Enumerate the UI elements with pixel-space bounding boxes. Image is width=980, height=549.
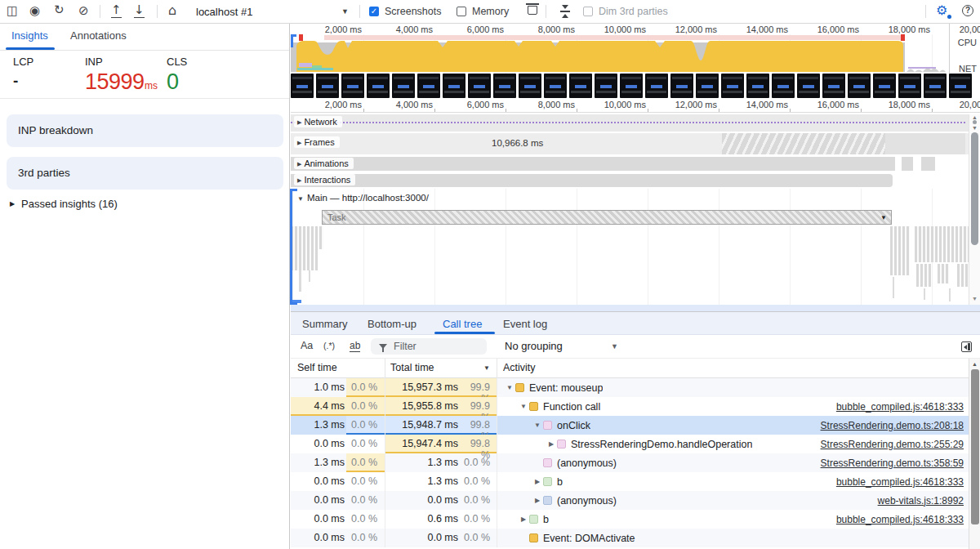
chevron-down-icon[interactable]: ▼ bbox=[341, 7, 349, 16]
track-main-header[interactable]: ▼Main — http://localhost:3000/ bbox=[297, 193, 429, 203]
screenshot-thumbnail[interactable] bbox=[696, 74, 719, 98]
source-link[interactable]: bubble_compiled.js:4618:333 bbox=[836, 476, 964, 488]
regex-button[interactable]: (.*) bbox=[323, 341, 335, 350]
screenshot-thumbnail[interactable] bbox=[772, 74, 795, 98]
calltree-row[interactable]: 0.0 ms0.0 %0.6 ms0.0 %▶bbubble_compiled.… bbox=[291, 510, 969, 529]
scrollbar-thumb[interactable] bbox=[971, 132, 978, 245]
toggle-sidebar-icon[interactable]: ◫ bbox=[7, 5, 18, 17]
calltree-row[interactable]: 1.0 ms0.0 %15,957.3 ms99.9 %▼Event: mous… bbox=[291, 378, 969, 397]
screenshots-checkbox[interactable]: ✓ bbox=[369, 7, 379, 16]
track-animations[interactable]: ▶Animations bbox=[291, 156, 980, 172]
expander-icon[interactable]: ▼ bbox=[504, 384, 515, 391]
dim-3rd-parties-checkbox[interactable] bbox=[583, 7, 593, 16]
main-track-selection-bracket[interactable] bbox=[290, 189, 292, 305]
screenshot-thumbnail[interactable] bbox=[316, 74, 339, 98]
calltree-scrollbar[interactable]: ▲ bbox=[969, 359, 980, 549]
source-link[interactable]: StressRendering.demo.ts:358:59 bbox=[821, 458, 964, 469]
flame-chart-cluster[interactable] bbox=[291, 249, 318, 270]
screenshot-thumbnail[interactable] bbox=[670, 74, 693, 98]
filmstrip[interactable] bbox=[291, 74, 980, 98]
expander-icon[interactable]: ▶ bbox=[532, 478, 543, 485]
track-frames-header[interactable]: ▶Frames bbox=[294, 136, 340, 148]
screenshot-thumbnail[interactable] bbox=[493, 74, 516, 98]
chevron-down-icon[interactable]: ▼ bbox=[611, 342, 618, 350]
help-icon[interactable]: ? bbox=[962, 5, 973, 16]
calltree-row[interactable]: 1.3 ms0.0 %15,948.7 ms99.8 %▼onClickStre… bbox=[291, 416, 969, 435]
column-activity[interactable]: Activity bbox=[503, 362, 536, 373]
calltree-row[interactable]: 1.3 ms0.0 %1.3 ms0.0 %(anonymous)StressR… bbox=[291, 453, 969, 472]
memory-checkbox[interactable] bbox=[457, 7, 466, 16]
calltree-row[interactable]: 4.4 ms0.0 %15,955.8 ms99.9 %▼Function ca… bbox=[291, 397, 969, 416]
whole-word-button[interactable]: ab bbox=[350, 340, 360, 352]
screenshot-thumbnail[interactable] bbox=[797, 74, 820, 98]
screenshot-thumbnail[interactable] bbox=[949, 74, 972, 98]
match-case-button[interactable]: Aa bbox=[301, 340, 313, 351]
expander-icon[interactable]: ▶ bbox=[518, 516, 529, 523]
overview-cpu-strip[interactable] bbox=[291, 34, 980, 74]
expander-icon[interactable]: ▶ bbox=[546, 440, 557, 448]
screenshot-thumbnail[interactable] bbox=[645, 74, 668, 98]
screenshot-thumbnail[interactable] bbox=[620, 74, 643, 98]
source-link[interactable]: bubble_compiled.js:4618:333 bbox=[836, 401, 964, 413]
show-sidebar-icon[interactable] bbox=[961, 341, 972, 352]
calltree-row[interactable]: 0.0 ms0.0 %1.3 ms0.0 %▶bbubble_compiled.… bbox=[291, 472, 969, 491]
flame-chart-cluster[interactable] bbox=[291, 226, 323, 249]
flame-chart-cluster[interactable] bbox=[938, 264, 949, 283]
screenshot-thumbnail[interactable] bbox=[721, 74, 744, 98]
reload-and-record-icon[interactable]: ↻ bbox=[54, 4, 65, 16]
column-divider[interactable] bbox=[385, 359, 385, 378]
track-interactions-header[interactable]: ▶Interactions bbox=[294, 174, 355, 185]
screenshot-thumbnail[interactable] bbox=[392, 74, 415, 98]
flamechart-scrollbar[interactable]: ▲ ▼ ▼ bbox=[969, 114, 980, 305]
track-main[interactable]: ▼Main — http://localhost:3000/ Task ▼ bbox=[291, 189, 980, 305]
calltree-row[interactable]: 0.0 ms0.0 %0.0 ms0.0 %▶(anonymous)web-vi… bbox=[291, 491, 969, 510]
expander-icon[interactable]: ▼ bbox=[518, 403, 529, 410]
scroll-down-icon[interactable]: ▼ bbox=[972, 125, 978, 131]
tab-insights[interactable]: Insights bbox=[11, 29, 48, 42]
flame-chart-cluster[interactable] bbox=[890, 226, 910, 275]
track-network-header[interactable]: ▶Network bbox=[294, 116, 342, 127]
screenshot-thumbnail[interactable] bbox=[417, 74, 440, 98]
settings-gear-icon[interactable]: ⚙ bbox=[936, 4, 947, 17]
scroll-up-icon[interactable]: ▲ bbox=[972, 114, 978, 120]
expander-icon[interactable]: ▼ bbox=[532, 422, 543, 429]
column-self-time[interactable]: Self time bbox=[297, 362, 337, 373]
collapsed-children-icon[interactable]: ▼ bbox=[880, 214, 887, 221]
filter-input[interactable]: Filter bbox=[371, 338, 487, 355]
home-icon[interactable]: ⌂ bbox=[168, 4, 176, 17]
source-link[interactable]: StressRendering.demo.ts:255:29 bbox=[821, 439, 964, 450]
track-network[interactable]: ▶Network bbox=[291, 114, 980, 132]
download-profile-icon[interactable]: ↓ bbox=[134, 4, 145, 18]
track-animations-header[interactable]: ▶Animations bbox=[294, 158, 354, 169]
screenshot-thumbnail[interactable] bbox=[544, 74, 567, 98]
flame-chart-cluster[interactable] bbox=[915, 226, 977, 262]
screenshot-thumbnail[interactable] bbox=[873, 74, 896, 98]
upload-profile-icon[interactable]: ↑ bbox=[111, 4, 122, 18]
screenshot-thumbnail[interactable] bbox=[898, 74, 921, 98]
screenshot-thumbnail[interactable] bbox=[291, 74, 314, 98]
calltree-row[interactable]: 0.0 ms0.0 %15,947.4 ms99.8 %▶StressRende… bbox=[291, 435, 969, 453]
tab-call-tree[interactable]: Call tree bbox=[443, 318, 482, 330]
clear-icon[interactable]: ⊘ bbox=[78, 5, 89, 17]
tab-summary[interactable]: Summary bbox=[302, 318, 348, 330]
screenshot-thumbnail[interactable] bbox=[746, 74, 769, 98]
grouping-select[interactable]: No grouping bbox=[505, 340, 563, 352]
screenshot-thumbnail[interactable] bbox=[595, 74, 617, 98]
history-dropdown[interactable]: localhost #1 bbox=[196, 6, 252, 18]
source-link[interactable]: bubble_compiled.js:4618:333 bbox=[836, 514, 964, 525]
source-link[interactable]: StressRendering.demo.ts:208:18 bbox=[821, 420, 964, 431]
screenshot-thumbnail[interactable] bbox=[367, 74, 390, 98]
screenshot-thumbnail[interactable] bbox=[519, 74, 541, 98]
collapse-recording-icon[interactable] bbox=[560, 5, 570, 18]
task-bar[interactable]: Task ▼ bbox=[322, 210, 892, 225]
calltree-row[interactable]: 0.0 ms0.0 %0.0 ms0.0 %Event: DOMActivate bbox=[291, 529, 969, 547]
scroll-up-icon[interactable]: ▲ bbox=[972, 361, 978, 367]
track-interactions[interactable]: ▶Interactions bbox=[291, 173, 980, 188]
passed-insights-toggle[interactable]: ▶ Passed insights (16) bbox=[0, 196, 289, 214]
screenshot-thumbnail[interactable] bbox=[569, 74, 592, 98]
flame-chart-cluster[interactable] bbox=[916, 264, 931, 287]
screenshot-thumbnail[interactable] bbox=[924, 74, 947, 98]
scrollbar-thumb[interactable] bbox=[971, 369, 979, 524]
screenshot-thumbnail[interactable] bbox=[443, 74, 466, 98]
expander-icon[interactable]: ▶ bbox=[532, 497, 543, 504]
